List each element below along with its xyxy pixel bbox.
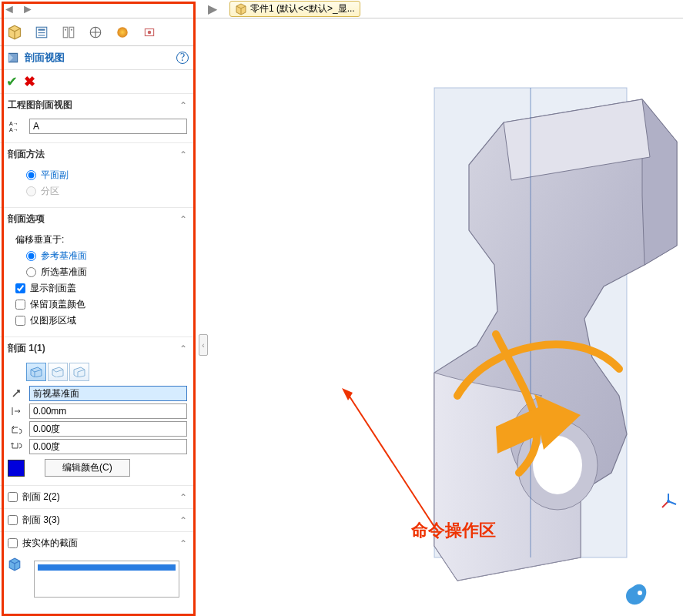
options-header[interactable]: 剖面选项 ⌃ [0,208,195,229]
by-body-title: 按实体的截面 [22,537,78,550]
radio-planar-label: 平面副 [41,169,69,182]
by-body-enable[interactable] [8,538,18,548]
svg-rect-4 [63,27,68,38]
chevron-up-icon: ⌃ [179,515,187,526]
section-label-icon: A→A→ [8,120,25,132]
by-body-header[interactable]: 按实体的截面 ⌃ [0,531,195,554]
part-icon [235,3,247,15]
section-view-icon [6,51,20,65]
history-back[interactable]: ◄ [0,1,18,18]
chk-graphics-only[interactable] [15,316,25,326]
chevron-up-icon: ⌃ [179,100,187,111]
section1-header[interactable]: 剖面 1(1) ⌃ [0,337,195,358]
radio-planar[interactable] [26,170,36,180]
ok-button[interactable]: ✔ [6,73,18,90]
svg-text:A→: A→ [9,127,18,132]
svg-point-16 [533,436,582,494]
rotation-x-icon [8,423,25,435]
offset-label: 偏移垂直于: [15,233,187,246]
top-bar: ◄ ► ▶ 零件1 (默认<<默认>_显... [0,0,683,18]
radio-reference-label: 参考基准面 [41,249,87,263]
svg-point-11 [148,30,152,34]
cancel-button[interactable]: ✖ [24,73,35,90]
rotation-y-icon [8,440,25,453]
watermark-logo: 电子 [623,582,677,610]
list-item[interactable] [38,564,176,571]
rotation-y-input[interactable] [29,439,187,454]
svg-rect-3 [39,35,45,35]
property-manager: 剖面视图 ? ✔ ✖ 工程图剖面视图 ⌃ A→A→ 剖面方法 ⌃ 平面副 分区 [0,18,196,616]
doc-tab-label: 零件1 (默认<<默认>_显... [250,2,355,15]
annotation-label: 命令操作区 [411,519,496,542]
chevron-up-icon: ⌃ [179,492,187,503]
help-icon[interactable]: ? [176,52,189,64]
plane-front-button[interactable] [26,363,46,381]
method-header[interactable]: 剖面方法 ⌃ [0,143,195,164]
chk-keep-color[interactable] [15,300,25,310]
drawing-section-header[interactable]: 工程图剖面视图 ⌃ [0,94,195,115]
chk-keep-color-label: 保留顶盖颜色 [30,298,85,311]
radio-reference-plane[interactable] [26,251,36,261]
tab-feature-tree[interactable] [2,21,28,44]
flip-icon[interactable] [8,387,25,400]
svg-text:A→: A→ [9,121,18,126]
panel-header: 剖面视图 ? [0,46,195,70]
section-color-swatch[interactable] [8,460,25,477]
section2-title: 剖面 2(2) [22,490,60,504]
options-title: 剖面选项 [8,213,45,226]
section3-title: 剖面 3(3) [22,514,60,527]
chevron-up-icon: ⌃ [179,343,187,354]
tab-property-manager[interactable] [28,21,55,44]
svg-point-9 [117,27,128,38]
body-icon [8,557,22,571]
section2-enable[interactable] [8,492,18,502]
plane-top-button[interactable] [48,363,68,381]
body-selection-list[interactable] [34,561,179,598]
document-tab[interactable]: 零件1 (默认<<默认>_显... [229,1,360,17]
section2-header[interactable]: 剖面 2(2) ⌃ [0,485,195,508]
tab-dimxpert[interactable] [82,21,109,44]
chevron-up-icon: ⌃ [179,149,187,160]
graphics-viewport[interactable]: ‹ [196,18,683,616]
chk-graphics-label: 仅图形区域 [30,314,76,327]
radio-zonal[interactable] [26,186,36,196]
section3-enable[interactable] [8,515,18,525]
chevron-up-icon: ⌃ [179,538,187,549]
model-render [319,65,683,588]
section1-title: 剖面 1(1) [8,342,45,355]
plane-selection-input[interactable] [29,386,187,401]
drawing-section-title: 工程图剖面视图 [8,99,72,112]
tab-display-manager[interactable] [109,21,136,44]
chk-cap-label: 显示剖面盖 [30,282,76,295]
svg-point-22 [638,591,642,595]
breadcrumb-toggle[interactable]: ▶ [203,1,222,18]
svg-point-7 [71,28,72,30]
chevron-up-icon: ⌃ [179,214,187,225]
tab-config-manager[interactable] [55,21,82,44]
svg-point-21 [667,500,670,503]
svg-text:电子: 电子 [649,592,671,604]
rotation-x-input[interactable] [29,421,187,437]
chk-show-cap[interactable] [15,283,25,293]
manager-tabs [0,18,195,46]
plane-right-button[interactable] [69,363,89,381]
offset-distance-icon [8,405,25,417]
edit-color-button[interactable]: 编辑颜色(C) [45,459,130,477]
svg-rect-5 [69,27,74,38]
history-fwd[interactable]: ► [18,1,37,18]
tab-cam-manager[interactable] [136,21,162,44]
section-label-input[interactable] [29,119,187,134]
radio-selected-plane[interactable] [26,267,36,277]
svg-rect-2 [39,32,45,33]
offset-distance-input[interactable] [29,403,187,419]
svg-rect-1 [39,28,45,30]
radio-zonal-label: 分区 [41,185,59,198]
section3-header[interactable]: 剖面 3(3) ⌃ [0,508,195,531]
svg-point-6 [65,28,66,30]
radio-selected-label: 所选基准面 [41,266,87,279]
method-title: 剖面方法 [8,148,45,161]
origin-triad-icon [659,492,678,511]
confirm-row: ✔ ✖ [0,70,195,93]
panel-collapse-handle[interactable]: ‹ [199,334,208,356]
panel-title: 剖面视图 [25,51,176,65]
